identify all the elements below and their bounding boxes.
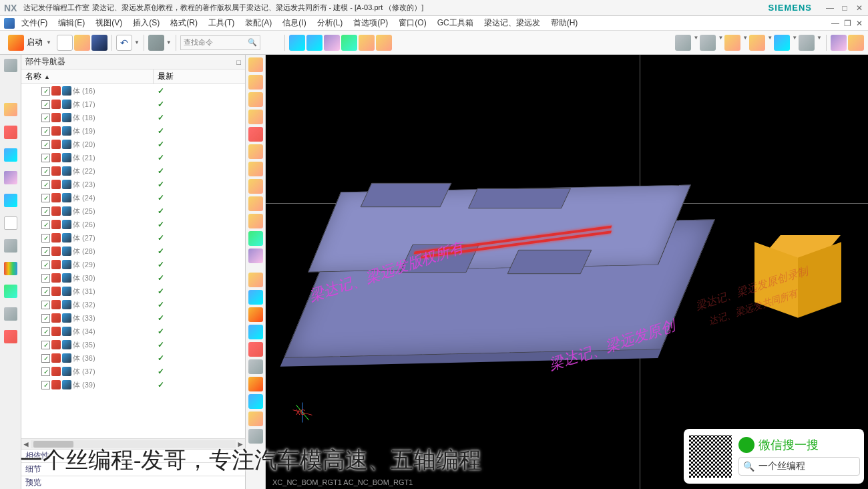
nav-tree[interactable]: ✓体 (16)✓✓体 (17)✓✓体 (18)✓✓体 (19)✓✓体 (20)✓… (21, 84, 245, 438)
view-tool-3[interactable] (324, 35, 340, 51)
tools-tab[interactable] (4, 307, 17, 321)
mirror-icon[interactable] (248, 325, 263, 339)
checkbox-icon[interactable]: ✓ (41, 87, 50, 96)
render-button[interactable] (724, 35, 740, 51)
checkbox-icon[interactable]: ✓ (41, 247, 50, 256)
constraint-nav-tab[interactable] (4, 148, 17, 162)
checkbox-icon[interactable]: ✓ (41, 154, 50, 162)
menu-gctoolbox[interactable]: GC工具箱 (433, 16, 477, 30)
revolve-icon[interactable] (248, 92, 263, 107)
menu-file[interactable]: 文件(F) (17, 16, 51, 30)
tree-row[interactable]: ✓体 (17)✓ (21, 98, 245, 111)
internet-tab[interactable] (4, 194, 17, 207)
checkbox-icon[interactable]: ✓ (41, 167, 50, 176)
new-button[interactable] (57, 35, 73, 51)
shell-icon[interactable] (248, 231, 263, 246)
tree-row[interactable]: ✓体 (22)✓ (21, 164, 245, 178)
tree-row[interactable]: ✓体 (24)✓ (21, 191, 245, 204)
tree-row[interactable]: ✓体 (31)✓ (21, 285, 245, 298)
maximize-button[interactable]: □ (840, 3, 849, 13)
subtract-icon[interactable] (248, 162, 263, 176)
roles-tab[interactable] (4, 285, 17, 298)
reuse-library-tab[interactable] (4, 171, 17, 184)
tree-row[interactable]: ✓体 (33)✓ (21, 311, 245, 325)
checkbox-icon[interactable]: ✓ (41, 100, 50, 109)
open-button[interactable] (74, 35, 90, 51)
menu-view[interactable]: 视图(V) (91, 16, 126, 30)
tree-row[interactable]: ✓体 (32)✓ (21, 298, 245, 311)
copy-icon[interactable] (248, 290, 263, 305)
minimize-button[interactable]: — (825, 3, 835, 13)
color-tab[interactable] (4, 262, 17, 275)
menu-window[interactable]: 窗口(O) (395, 16, 430, 30)
gear-icon[interactable] (4, 59, 17, 72)
view-tool-5[interactable] (359, 35, 375, 51)
print-button[interactable] (148, 35, 164, 51)
menu-assembly[interactable]: 装配(A) (241, 16, 276, 30)
delete-icon[interactable] (248, 342, 263, 357)
tree-row[interactable]: ✓体 (25)✓ (21, 204, 245, 218)
section-button[interactable] (774, 35, 790, 51)
view-tool-6[interactable] (376, 35, 392, 51)
datum-icon[interactable] (248, 127, 263, 142)
extrude-icon[interactable] (248, 75, 263, 90)
checkbox-icon[interactable]: ✓ (41, 261, 50, 269)
misc-button-2[interactable] (848, 35, 864, 51)
box-icon[interactable] (248, 412, 263, 426)
checkbox-icon[interactable]: ✓ (41, 354, 50, 363)
view-tool-1[interactable] (289, 35, 305, 51)
view-tool-2[interactable] (306, 35, 322, 51)
assembly-icon[interactable] (248, 377, 263, 391)
checkbox-icon[interactable]: ✓ (41, 127, 50, 136)
measure-icon[interactable] (248, 359, 263, 374)
menu-format[interactable]: 格式(R) (166, 16, 202, 30)
checkbox-icon[interactable]: ✓ (41, 381, 50, 389)
checkbox-icon[interactable]: ✓ (41, 180, 50, 189)
tree-row[interactable]: ✓体 (30)✓ (21, 271, 245, 285)
draft-icon[interactable] (248, 249, 263, 263)
tree-row[interactable]: ✓体 (39)✓ (21, 378, 245, 391)
tree-row[interactable]: ✓体 (21)✓ (21, 151, 245, 164)
start-button[interactable]: 启动 ▼ (4, 33, 55, 52)
checkbox-icon[interactable]: ✓ (41, 274, 50, 283)
shade-button[interactable] (700, 35, 716, 51)
trim-icon[interactable] (248, 179, 263, 194)
menu-help[interactable]: 帮助(H) (547, 16, 582, 30)
menu-insert[interactable]: 插入(S) (129, 16, 164, 30)
tree-row[interactable]: ✓体 (18)✓ (21, 111, 245, 124)
menu-tools[interactable]: 工具(T) (204, 16, 238, 30)
tree-row[interactable]: ✓体 (35)✓ (21, 338, 245, 351)
tree-row[interactable]: ✓体 (20)✓ (21, 138, 245, 151)
cam-tab[interactable] (4, 330, 17, 343)
menu-analysis[interactable]: 分析(L) (313, 16, 347, 30)
tree-row[interactable]: ✓体 (37)✓ (21, 365, 245, 378)
checkbox-icon[interactable]: ✓ (41, 114, 50, 122)
hole-icon[interactable] (248, 110, 263, 124)
clock-icon[interactable] (4, 239, 17, 253)
graphics-viewport[interactable]: XC 梁达记、梁远发版权所有 梁达记、梁远发原创 梁达记、梁远发原创录制 达记、… (266, 55, 868, 489)
layer-button[interactable] (749, 35, 765, 51)
close-button[interactable]: ✕ (855, 3, 864, 13)
sketch-icon[interactable] (248, 57, 263, 72)
mdi-minimize[interactable]: — (831, 19, 840, 28)
view-tool-4[interactable] (341, 35, 357, 51)
tree-row[interactable]: ✓体 (36)✓ (21, 351, 245, 365)
analysis-icon[interactable] (248, 394, 263, 409)
checkbox-icon[interactable]: ✓ (41, 341, 50, 349)
tree-row[interactable]: ✓体 (29)✓ (21, 258, 245, 271)
checkbox-icon[interactable]: ✓ (41, 234, 50, 242)
checkbox-icon[interactable]: ✓ (41, 314, 50, 323)
save-button[interactable] (91, 35, 107, 51)
mdi-close[interactable]: ✕ (855, 19, 864, 28)
section-preview[interactable]: 预览 (21, 476, 245, 489)
chamfer-icon[interactable] (248, 196, 263, 211)
history-tab[interactable] (4, 216, 17, 230)
pin-icon[interactable]: □ (236, 58, 241, 66)
export-icon[interactable] (248, 429, 263, 444)
checkbox-icon[interactable]: ✓ (41, 301, 50, 309)
unite-icon[interactable] (248, 144, 263, 159)
part-nav-tab[interactable] (4, 103, 17, 116)
menu-info[interactable]: 信息(I) (278, 16, 310, 30)
menu-edit[interactable]: 编辑(E) (54, 16, 89, 30)
tree-row[interactable]: ✓体 (34)✓ (21, 325, 245, 338)
